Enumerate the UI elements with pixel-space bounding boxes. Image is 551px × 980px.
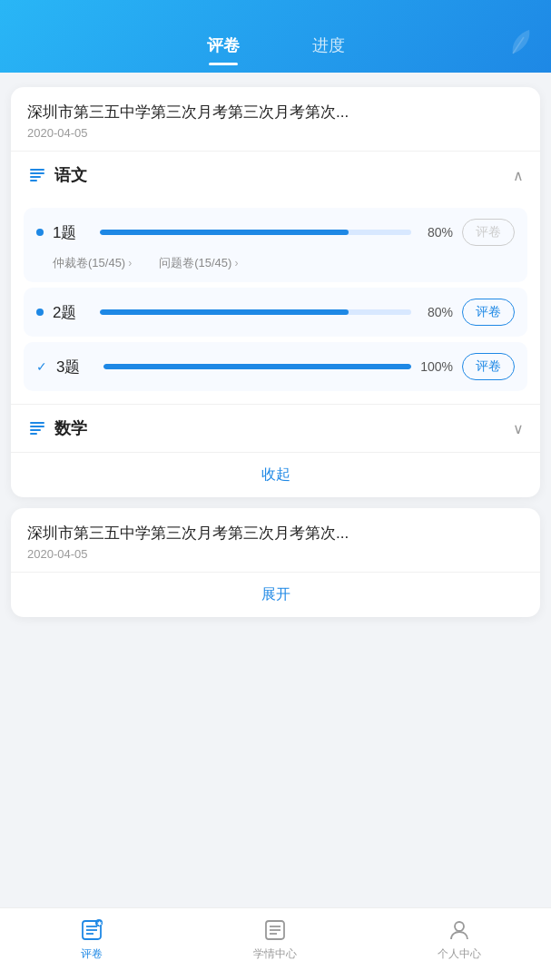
header-tabs: 评卷 进度 xyxy=(0,34,551,62)
exam-date-2: 2020-04-05 xyxy=(27,547,524,561)
subject-name-shuxue: 数学 xyxy=(54,417,87,439)
subject-shuxue: 数学 ∨ xyxy=(11,404,540,452)
check-q3: ✓ xyxy=(36,359,47,374)
progress-q1: 80% xyxy=(100,225,453,240)
svg-rect-0 xyxy=(30,169,44,171)
exam-date-1: 2020-04-05 xyxy=(27,126,524,140)
exam-card-1: 深圳市第三五中学第三次月考第三次月考第次... 2020-04-05 语文 xyxy=(11,87,540,497)
sub-link-problem[interactable]: 问题卷(15/45) › xyxy=(159,255,238,271)
subject-name-yuwen: 语文 xyxy=(54,164,87,186)
tab-grade[interactable]: 评卷 xyxy=(207,34,240,62)
nav-item-study[interactable]: 学情中心 xyxy=(183,917,367,962)
svg-rect-5 xyxy=(30,426,44,427)
header: 评卷 进度 xyxy=(0,0,551,73)
subject-left-yuwen: 语文 xyxy=(27,164,87,186)
progress-pct-q1: 80% xyxy=(418,225,453,240)
progress-fill-q2 xyxy=(100,309,349,315)
svg-rect-2 xyxy=(30,176,41,178)
question-label-2: 2题 xyxy=(53,302,91,323)
arrow-right-1: › xyxy=(128,257,132,270)
problem-text: 问题卷(15/45) xyxy=(159,255,231,271)
exam-title-2: 深圳市第三五中学第三次月考第三次月考第次... xyxy=(27,523,524,544)
list-icon-yuwen xyxy=(27,165,47,185)
chevron-down-shuxue: ∨ xyxy=(513,420,524,437)
nav-label-grade: 评卷 xyxy=(81,946,103,962)
svg-text:✱: ✱ xyxy=(97,921,102,926)
question-row-1: 1题 80% 评卷 xyxy=(36,219,515,246)
svg-rect-7 xyxy=(30,433,37,435)
sub-link-arbitration[interactable]: 仲裁卷(15/45) › xyxy=(53,255,132,271)
arbitration-text: 仲裁卷(15/45) xyxy=(53,255,125,271)
questions-yuwen: 1题 80% 评卷 仲裁卷(15/45) › xyxy=(11,199,540,404)
svg-rect-4 xyxy=(30,422,44,424)
svg-rect-1 xyxy=(30,172,44,174)
leaf-decoration xyxy=(504,26,533,59)
nav-label-profile: 个人中心 xyxy=(438,946,481,962)
exam-header-1: 深圳市第三五中学第三次月考第三次月考第次... 2020-04-05 xyxy=(11,87,540,151)
question-item-2: 2题 80% 评卷 xyxy=(24,288,527,337)
progress-q3: 100% xyxy=(103,359,453,374)
svg-rect-3 xyxy=(30,180,37,181)
question-label-1: 1题 xyxy=(53,222,91,243)
main-content: 深圳市第三五中学第三次月考第三次月考第次... 2020-04-05 语文 xyxy=(0,73,551,907)
grade-btn-q3[interactable]: 评卷 xyxy=(462,353,515,380)
arrow-right-2: › xyxy=(234,257,238,270)
question-label-3: 3题 xyxy=(56,357,94,377)
bullet-q2 xyxy=(36,309,44,316)
question-sub-row-1: 仲裁卷(15/45) › 问题卷(15/45) › xyxy=(36,255,515,271)
list-icon-shuxue xyxy=(27,418,47,438)
bottom-navigation: ✱ 评卷 学情中心 个人中心 xyxy=(0,907,551,980)
grade-btn-q2[interactable]: 评卷 xyxy=(462,299,515,326)
grade-nav-icon: ✱ xyxy=(79,917,104,943)
progress-bg-q3 xyxy=(103,364,411,369)
question-item-3: ✓ 3题 100% 评卷 xyxy=(24,342,527,391)
subject-left-shuxue: 数学 xyxy=(27,417,87,439)
subject-header-yuwen[interactable]: 语文 ∧ xyxy=(11,152,540,199)
chevron-up-yuwen: ∧ xyxy=(513,167,524,184)
nav-item-profile[interactable]: 个人中心 xyxy=(368,917,551,962)
svg-point-18 xyxy=(455,922,464,931)
exam-title-1: 深圳市第三五中学第三次月考第三次月考第次... xyxy=(27,102,524,122)
progress-pct-q2: 80% xyxy=(418,305,453,319)
expand-button-2[interactable]: 展开 xyxy=(11,572,540,617)
progress-bg-q2 xyxy=(100,309,411,315)
tab-progress[interactable]: 进度 xyxy=(312,34,345,62)
progress-fill-q1 xyxy=(100,230,349,235)
exam-header-2: 深圳市第三五中学第三次月考第三次月考第次... 2020-04-05 xyxy=(11,508,540,572)
progress-bg-q1 xyxy=(100,230,411,235)
collapse-button-1[interactable]: 收起 xyxy=(11,452,540,497)
svg-rect-6 xyxy=(30,429,41,431)
exam-card-2: 深圳市第三五中学第三次月考第三次月考第次... 2020-04-05 展开 xyxy=(11,508,540,617)
profile-nav-icon xyxy=(447,917,472,943)
subject-yuwen: 语文 ∧ 1题 80% xyxy=(11,151,540,404)
nav-label-study: 学情中心 xyxy=(253,946,297,962)
study-nav-icon xyxy=(262,917,288,943)
subject-header-shuxue[interactable]: 数学 ∨ xyxy=(11,405,540,452)
question-item-1: 1题 80% 评卷 仲裁卷(15/45) › xyxy=(24,208,527,282)
grade-btn-q1[interactable]: 评卷 xyxy=(462,219,515,246)
question-row-3: ✓ 3题 100% 评卷 xyxy=(36,353,515,380)
question-row-2: 2题 80% 评卷 xyxy=(36,299,515,326)
progress-pct-q3: 100% xyxy=(418,359,453,374)
bullet-q1 xyxy=(36,229,44,236)
progress-q2: 80% xyxy=(100,305,453,319)
progress-fill-q3 xyxy=(103,364,411,369)
nav-item-grade[interactable]: ✱ 评卷 xyxy=(0,917,183,962)
